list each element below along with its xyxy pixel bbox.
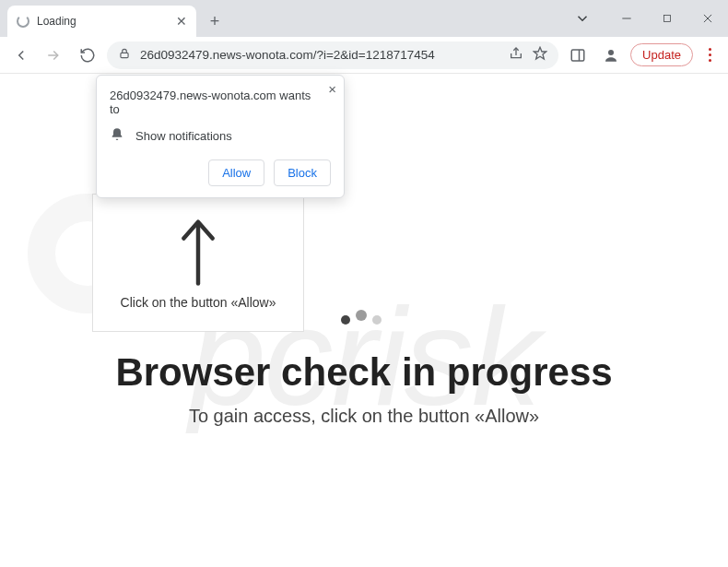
toolbar: 26d0932479.news-wonota.com/?i=2&id=12187… — [0, 37, 728, 74]
permission-allow-button[interactable]: Allow — [208, 159, 264, 186]
permission-origin-text: 26d0932479.news-wonota.com wants to — [110, 89, 331, 116]
page-viewport: pcrisk × 26d0932479.news-wonota.com want… — [0, 74, 728, 567]
svg-rect-8 — [571, 50, 584, 61]
forward-button[interactable] — [41, 41, 68, 69]
tab-close-button[interactable]: ✕ — [176, 15, 187, 28]
loading-dots-icon — [341, 313, 382, 325]
menu-button[interactable] — [699, 48, 721, 62]
bell-icon — [110, 127, 124, 145]
tab-search-button[interactable] — [564, 0, 601, 37]
notification-permission-dialog: × 26d0932479.news-wonota.com wants to Sh… — [96, 75, 345, 198]
instruction-card: Click on the button «Allow» — [92, 194, 304, 332]
update-button[interactable]: Update — [630, 43, 693, 66]
instruction-caption: Click on the button «Allow» — [121, 295, 276, 310]
side-panel-button[interactable] — [564, 41, 592, 69]
window-close-button[interactable] — [687, 0, 728, 37]
permission-capability-text: Show notifications — [135, 129, 232, 143]
reload-button[interactable] — [74, 41, 101, 69]
tab-title: Loading — [37, 15, 169, 28]
new-tab-button[interactable]: + — [202, 8, 228, 34]
bookmark-icon[interactable] — [533, 46, 547, 64]
profile-button[interactable] — [597, 41, 625, 69]
arrow-up-icon — [176, 216, 220, 288]
browser-tab[interactable]: Loading ✕ — [7, 6, 196, 37]
back-button[interactable] — [7, 41, 35, 69]
window-maximize-button[interactable] — [647, 0, 687, 37]
svg-point-10 — [608, 50, 614, 55]
svg-marker-7 — [534, 47, 546, 59]
url-text: 26d0932479.news-wonota.com/?i=2&id=12187… — [140, 48, 499, 62]
share-icon[interactable] — [509, 46, 523, 64]
window-minimize-button[interactable] — [606, 0, 647, 37]
window-controls — [564, 0, 728, 37]
permission-close-button[interactable]: × — [328, 81, 336, 97]
loading-spinner-icon — [17, 15, 29, 28]
titlebar: Loading ✕ + — [0, 0, 728, 37]
svg-rect-6 — [121, 53, 128, 57]
page-subline: To gain access, click on the button «All… — [0, 406, 728, 427]
svg-rect-1 — [664, 16, 671, 22]
lock-icon — [118, 47, 131, 63]
page-headline: Browser check in progress — [0, 350, 728, 395]
permission-block-button[interactable]: Block — [274, 159, 331, 186]
address-bar[interactable]: 26d0932479.news-wonota.com/?i=2&id=12187… — [107, 41, 558, 69]
